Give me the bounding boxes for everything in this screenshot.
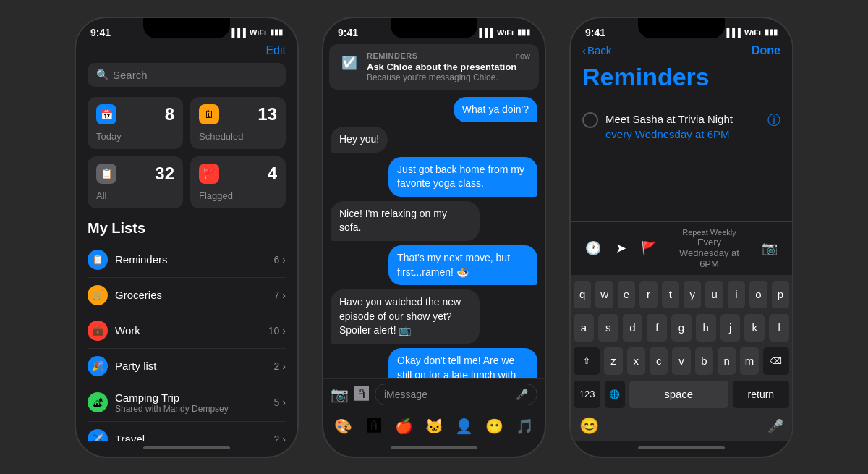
globe-key[interactable]: 🌐 <box>605 381 624 408</box>
flagged-count: 4 <box>268 164 277 184</box>
repeat-value: Every Wednesday at 6PM <box>671 237 747 269</box>
camping-count: 5 <box>274 397 280 408</box>
key-c[interactable]: c <box>650 347 668 375</box>
key-y[interactable]: y <box>684 281 701 308</box>
edit-button[interactable]: Edit <box>265 44 286 57</box>
today-list[interactable]: 📅 8 Today <box>88 97 183 149</box>
key-i[interactable]: i <box>728 281 745 308</box>
key-a[interactable]: a <box>574 314 594 342</box>
party-list-icon: 🎉 <box>88 356 108 376</box>
camping-list-meta: 5 › <box>274 397 286 408</box>
status-icons-1: ▐▐▐ WiFi ▮▮▮ <box>229 27 283 37</box>
emoji-key[interactable]: 😊 <box>579 417 599 436</box>
messages-chat: What ya doin'? Hey you! Just got back ho… <box>323 94 545 378</box>
input-placeholder: iMessage <box>384 389 427 400</box>
key-n[interactable]: n <box>718 347 736 375</box>
scheduled-list[interactable]: 🗓 13 Scheduled <box>190 97 286 149</box>
chevron-icon: › <box>282 254 286 266</box>
message-bubble-row: Nice! I'm relaxing on my sofa. <box>331 201 537 241</box>
done-button[interactable]: Done <box>752 44 780 57</box>
search-bar[interactable]: 🔍 Search <box>88 63 286 87</box>
memoji-shortcut[interactable]: 🐱 <box>422 414 446 439</box>
notif-app-icon: ☑️ <box>338 51 361 75</box>
applepay-shortcut[interactable]: 🍎 <box>392 414 415 439</box>
key-p[interactable]: p <box>772 281 789 308</box>
key-z[interactable]: z <box>604 347 622 375</box>
key-q[interactable]: q <box>574 281 591 308</box>
key-g[interactable]: g <box>671 314 692 342</box>
list-item[interactable]: 🏕 Camping Trip Shared with Mandy Dempsey… <box>88 384 286 422</box>
status-icons-3: ▐▐▐ WiFi ▮▮▮ <box>723 27 778 37</box>
list-item[interactable]: 📋 Reminders 6 › <box>88 242 286 278</box>
animoji-shortcut[interactable]: 😶 <box>483 414 506 439</box>
contact-shortcut[interactable]: 👤 <box>453 414 476 439</box>
key-f[interactable]: f <box>647 314 667 342</box>
key-w[interactable]: w <box>595 281 613 308</box>
sent-bubble: Okay don't tell me! Are we still on for … <box>388 348 537 378</box>
party-list-meta: 2 › <box>274 360 286 372</box>
chevron-icon: › <box>282 397 286 408</box>
shift-key[interactable]: ⇧ <box>574 347 600 375</box>
mic-key[interactable]: 🎤 <box>767 418 783 434</box>
list-item[interactable]: 💼 Work 10 › <box>88 313 286 349</box>
flagged-list[interactable]: 🚩 4 Flagged <box>190 156 286 208</box>
list-item[interactable]: 🎉 Party list 2 › <box>88 349 286 384</box>
flag-toolbar-icon[interactable]: 🚩 <box>641 240 657 256</box>
return-key[interactable]: return <box>733 381 789 408</box>
key-e[interactable]: e <box>618 281 635 308</box>
status-time-2: 9:41 <box>338 27 358 38</box>
notif-header: REMINDERS now <box>367 51 530 60</box>
search-placeholder: Search <box>113 69 148 81</box>
key-s[interactable]: s <box>598 314 618 342</box>
camera-toolbar-icon[interactable]: 📷 <box>762 240 778 256</box>
reminder-checkbox[interactable] <box>582 112 598 128</box>
status-icons-2: ▐▐▐ WiFi ▮▮▮ <box>476 27 530 37</box>
reminder-row: Meet Sasha at Trivia Night every Wednesd… <box>571 103 792 151</box>
received-bubble: Nice! I'm relaxing on my sofa. <box>331 201 480 241</box>
keyboard-row-1: q w e r t y u i o p <box>574 281 789 308</box>
notch <box>143 18 230 38</box>
messages-content: ☑️ REMINDERS now Ask Chloe about the pre… <box>323 41 545 441</box>
reminders-list-name: Reminders <box>115 253 274 266</box>
location-toolbar-icon[interactable]: ➤ <box>616 240 626 256</box>
key-d[interactable]: d <box>623 314 643 342</box>
key-h[interactable]: h <box>696 314 716 342</box>
space-key[interactable]: space <box>629 381 728 408</box>
notification-banner[interactable]: ☑️ REMINDERS now Ask Chloe about the pre… <box>329 44 539 90</box>
message-bubble-row: What ya doin'? <box>331 97 537 123</box>
key-r[interactable]: r <box>639 281 657 308</box>
key-b[interactable]: b <box>695 347 713 375</box>
key-j[interactable]: j <box>720 314 741 342</box>
key-l[interactable]: l <box>769 314 789 342</box>
key-v[interactable]: v <box>672 347 690 375</box>
all-list[interactable]: 📋 32 All <box>88 156 183 208</box>
keyboard: q w e r t y u i o p a s d f g h <box>571 275 792 441</box>
key-x[interactable]: x <box>627 347 645 375</box>
key-m[interactable]: m <box>740 347 758 375</box>
keyboard-toolbar: 🕐 ➤ 🚩 Repeat Weekly Every Wednesday at 6… <box>571 221 792 275</box>
reminders-app: Edit 🔍 Search 📅 8 Today 🗓 13 <box>76 41 297 441</box>
list-item[interactable]: 🛒 Groceries 7 › <box>88 278 286 313</box>
numbers-key[interactable]: 123 <box>574 381 600 408</box>
photos-shortcut[interactable]: 🎨 <box>332 414 355 439</box>
detail-app: ‹ Back Done Reminders Meet Sasha at Triv… <box>571 41 792 441</box>
chevron-icon: › <box>282 433 286 441</box>
key-u[interactable]: u <box>705 281 723 308</box>
delete-key[interactable]: ⌫ <box>763 347 789 375</box>
travel-count: 2 <box>274 433 280 441</box>
app-store-icon[interactable]: 🅰 <box>354 386 369 402</box>
music-shortcut[interactable]: 🎵 <box>513 414 536 439</box>
key-k[interactable]: k <box>744 314 765 342</box>
info-button[interactable]: ⓘ <box>767 111 780 129</box>
message-input[interactable]: iMessage 🎤 <box>375 384 537 405</box>
camera-icon[interactable]: 📷 <box>331 386 349 403</box>
chevron-icon: › <box>282 289 286 301</box>
message-bubble-row: Okay don't tell me! Are we still on for … <box>331 348 537 378</box>
today-icon: 📅 <box>96 104 116 124</box>
key-t[interactable]: t <box>662 281 679 308</box>
key-o[interactable]: o <box>749 281 767 308</box>
clock-toolbar-icon[interactable]: 🕐 <box>585 240 601 256</box>
back-button[interactable]: ‹ Back <box>582 44 611 56</box>
appstore-shortcut[interactable]: 🅰 <box>362 414 386 439</box>
list-item[interactable]: ✈️ Travel 2 › <box>88 422 286 441</box>
